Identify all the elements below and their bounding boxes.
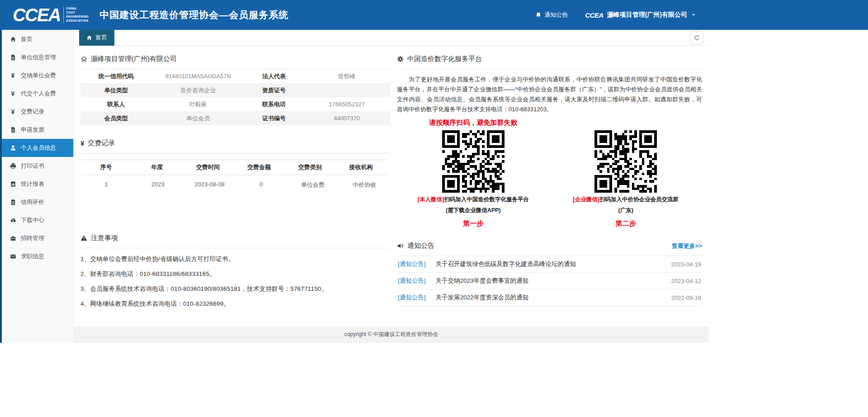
- chart-icon: [9, 181, 17, 187]
- warning-icon: [80, 235, 87, 242]
- notice-item[interactable]: [通知公告] 关于交纳2023年度会费事宜的通知 2023-04-12: [397, 273, 702, 289]
- notice-item[interactable]: [通知公告] 关于召开建筑绿色低碳及数字化建造高峰论坛的通知 2023-04-1…: [397, 256, 702, 273]
- sidebar-item-invoice[interactable]: 申请发票: [2, 121, 73, 139]
- sidebar-item-pay-personal-fee[interactable]: ¥ 代交个人会费: [2, 85, 73, 103]
- info-value: 单位会员: [152, 111, 245, 125]
- table-row: 联系人 叶毅豪 联系电话 17665052327: [80, 97, 390, 111]
- info-label: 联系人: [80, 97, 152, 111]
- sidebar: 首页 单位信息管理 ¥ 交纳单位会费 ¥ 代交个人会费 ¥ 交费记录 申请发票 …: [2, 30, 74, 343]
- qr-code-area: [本人微信]扫码加入中国造价数字化服务平台 (需下载企业微信APP) 第一步 […: [397, 128, 702, 228]
- yen-icon: ¥: [9, 90, 17, 97]
- notice-tag: [通知公告]: [398, 277, 426, 285]
- cell-category: 单位会费: [287, 181, 339, 189]
- envelope-icon: [9, 253, 17, 260]
- sidebar-item-pay-unit-fee[interactable]: ¥ 交纳单位会费: [2, 66, 73, 85]
- sidebar-item-print-certificate[interactable]: 打印证书: [2, 157, 73, 175]
- info-value: 91440101MA5AUGA57N: [152, 69, 245, 83]
- header-notice-button[interactable]: 通知公告: [535, 11, 568, 19]
- document-icon: [9, 54, 17, 61]
- logo-sub-line: ASSOCIATION: [66, 19, 89, 23]
- yen-icon: ¥: [80, 139, 84, 147]
- table-empty-space: [80, 195, 390, 220]
- sidebar-item-recruitment[interactable]: 招聘管理: [2, 229, 73, 247]
- ccea-logo: CCEA CHINA COST ENGINEERING ASSOCIATION: [13, 6, 89, 24]
- info-label: 会员类型: [80, 111, 152, 125]
- user-icon: [9, 145, 17, 151]
- table-row: 会员类型 单位会员 证书编号 44007370: [80, 111, 390, 125]
- notice-title: 关于召开建筑绿色低碳及数字化建造高峰论坛的通知: [436, 260, 576, 268]
- sidebar-item-label: 招聘管理: [21, 234, 44, 242]
- notice-date: 2022-09-16: [671, 294, 702, 301]
- column-header: 序号: [80, 163, 132, 171]
- notes-section: 注意事项 1、交纳单位会费后经中价协/省级确认后方可打印证书。 2、财务部咨询电…: [80, 230, 390, 308]
- sidebar-item-label: 申请发票: [21, 126, 44, 134]
- qr-step-2-block: [企业微信]扫码加入中价协企业会员交流群 (广东) 第二步: [550, 128, 703, 228]
- refresh-icon: [693, 34, 700, 41]
- sidebar-item-label: 个人会员信息: [21, 144, 56, 152]
- yen-icon: ¥: [9, 109, 17, 115]
- sidebar-item-personal-member-info[interactable]: 个人会员信息: [2, 139, 73, 157]
- column-header: 交费类别: [284, 163, 335, 171]
- info-value: 17665052327: [303, 97, 390, 111]
- home-icon: [9, 36, 17, 43]
- qr-code: [442, 130, 505, 193]
- sidebar-item-label: 交费记录: [21, 108, 44, 116]
- user-brand-mark: CCEA: [585, 11, 604, 19]
- sidebar-item-statistics[interactable]: 统计报表: [2, 175, 73, 193]
- platform-description: 为了更好地开展会员服务工作，便于企业与中价协的沟通联系，中价协联合腾讯集团共同研…: [397, 75, 702, 114]
- sidebar-item-unit-info[interactable]: 单位信息管理: [2, 48, 73, 66]
- notice-date: 2023-04-12: [671, 278, 702, 284]
- sidebar-item-label: 下载中心: [21, 216, 44, 224]
- yen-icon: ¥: [9, 72, 17, 79]
- info-value: 44007370: [303, 111, 390, 125]
- cell-year: 2023: [132, 181, 184, 189]
- note-item: 1、交纳单位会费后经中价协/省级确认后方可打印证书。: [80, 255, 390, 263]
- qr-tag-enterprise-wechat: [企业微信]: [573, 196, 599, 203]
- briefcase-icon: [9, 235, 17, 242]
- qr-step-1-block: [本人微信]扫码加入中国造价数字化服务平台 (需下载企业微信APP) 第一步: [397, 128, 550, 228]
- notices-section: 通知公告 查看更多>> [通知公告] 关于召开建筑绿色低碳及数字化建造高峰论坛的…: [397, 237, 702, 306]
- info-value: 造价咨询企业: [152, 83, 245, 97]
- info-label: 资质证号: [245, 83, 303, 97]
- payment-records-section: ¥ 交费记录 序号 年度 交费时间 交费金额 交费类别 接收机构 1: [80, 135, 390, 220]
- notices-title: 通知公告: [407, 242, 434, 250]
- cell-amount: 0: [235, 181, 287, 189]
- qr-code: [594, 130, 657, 193]
- notice-title: 关于发展2022年度资深会员的通知: [436, 294, 529, 302]
- notice-tag: [通知公告]: [398, 260, 426, 268]
- logo-sub-line: COST: [66, 11, 89, 15]
- info-value: 曾郁峰: [303, 69, 390, 83]
- payment-records-title: 交费记录: [88, 139, 115, 147]
- tab-bar: 首页: [74, 30, 709, 46]
- notice-item[interactable]: [通知公告] 关于发展2022年度资深会员的通知 2022-09-16: [397, 289, 702, 306]
- column-header: 年度: [132, 163, 183, 171]
- sidebar-item-payment-records[interactable]: ¥ 交费记录: [2, 103, 73, 121]
- sidebar-item-home[interactable]: 首页: [2, 30, 73, 48]
- header-notice-label: 通知公告: [544, 11, 568, 19]
- caret-down-icon: [691, 12, 696, 18]
- platform-title-row: 中国造价数字化服务平台: [397, 51, 702, 69]
- tab-home[interactable]: 首页: [79, 30, 114, 46]
- note-item: 3、会员服务系统技术咨询电话：010-80360190/80365181，技术支…: [80, 285, 390, 293]
- sidebar-item-label: 统计报表: [21, 180, 44, 188]
- sidebar-item-download-center[interactable]: 下载中心: [2, 211, 73, 229]
- view-more-link[interactable]: 查看更多>>: [672, 242, 702, 250]
- info-label: 证书编号: [245, 111, 303, 125]
- home-outline-icon: [80, 56, 87, 62]
- app-title: 中国建设工程造价管理协会—会员服务系统: [99, 9, 288, 21]
- refresh-button[interactable]: [690, 31, 703, 44]
- company-name-title: 灏峰项目管理(广州)有限公司: [91, 55, 177, 63]
- user-menu[interactable]: CCEA 灏峰项目管理(广州)有限公司: [585, 11, 696, 19]
- qr-tag-personal-wechat: [本人微信]: [418, 196, 444, 203]
- sidebar-item-label: 交纳单位会费: [21, 71, 56, 80]
- sidebar-item-job-seeking[interactable]: 求职信息: [2, 247, 73, 265]
- info-label: 统一信用代码: [80, 69, 152, 83]
- company-info-panel: 灏峰项目管理(广州)有限公司 统一信用代码 91440101MA5AUGA57N…: [80, 51, 390, 125]
- home-icon: [86, 35, 92, 41]
- sidebar-item-label: 代交个人会费: [21, 90, 56, 98]
- column-header: 接收机构: [335, 163, 387, 171]
- ccea-logo-subtext: CHINA COST ENGINEERING ASSOCIATION: [63, 7, 89, 23]
- payment-table-body[interactable]: 1 2023 2023-08-08 0 单位会费 中价协收: [80, 175, 390, 220]
- qr-caption-text: 扫码加入中价协企业会员交流群: [599, 196, 679, 203]
- sidebar-item-credit-rating[interactable]: 信用评价: [2, 193, 73, 211]
